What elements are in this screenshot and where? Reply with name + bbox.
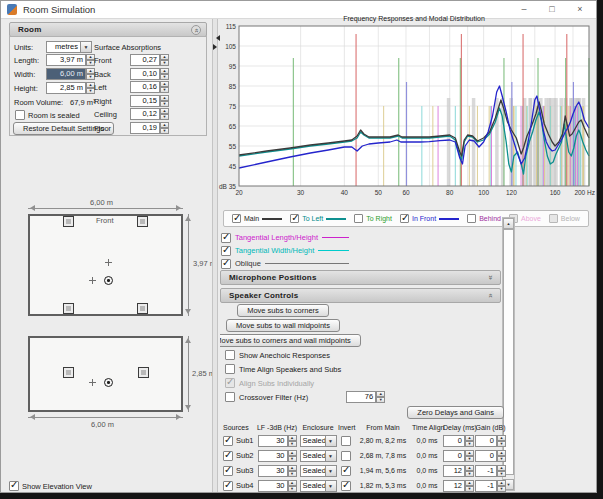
delay-spinner[interactable]: 12 <box>443 465 474 477</box>
spin-down-icon[interactable] <box>288 441 297 447</box>
chevron-down-icon[interactable] <box>326 480 337 492</box>
speaker-icon[interactable] <box>137 303 148 314</box>
lf-spinner[interactable]: 30 <box>258 465 297 477</box>
spin-down-icon[interactable] <box>288 471 297 477</box>
speaker-icon[interactable] <box>63 367 74 378</box>
microphone-positions-header[interactable]: Microphone Positions <box>220 270 501 285</box>
spin-down-icon[interactable] <box>465 471 474 477</box>
speaker-icon[interactable] <box>63 303 74 314</box>
spin-down-icon[interactable] <box>160 101 169 107</box>
delay-spinner[interactable]: 0 <box>443 450 474 462</box>
units-label: Units: <box>14 43 33 52</box>
speaker-icon[interactable] <box>137 216 148 227</box>
mode-checkbox[interactable] <box>221 259 231 269</box>
crossover-filter-spinner[interactable]: 76 <box>346 391 385 403</box>
show-elevation-checkbox[interactable] <box>9 481 19 491</box>
speaker-icon[interactable] <box>63 216 74 227</box>
spin-down-icon[interactable] <box>497 456 506 462</box>
move-subs-to-wall-midpoints-button[interactable]: Move subs to wall midpoints <box>226 319 340 332</box>
spin-down-icon[interactable] <box>497 441 506 447</box>
position-marker-icon[interactable] <box>105 259 112 266</box>
invert-checkbox[interactable] <box>341 481 351 491</box>
lf-spinner[interactable]: 30 <box>258 435 297 447</box>
room-sealed-checkbox[interactable] <box>15 110 25 120</box>
chevron-down-icon[interactable] <box>326 465 337 477</box>
lf-spinner[interactable]: 30 <box>258 480 297 492</box>
frequency-response-chart[interactable]: Frequency Responses and Modal Distributi… <box>215 13 595 213</box>
gain-spinner[interactable]: -1 <box>475 480 506 492</box>
sub-checkbox[interactable] <box>223 466 233 476</box>
enclosure-select[interactable]: Sealed <box>300 450 337 462</box>
legend-checkbox[interactable] <box>467 214 476 223</box>
surface-spinner-ceiling[interactable]: 0,12 <box>130 108 169 120</box>
scroll-up-icon[interactable] <box>503 218 514 229</box>
enclosure-select[interactable]: Sealed <box>300 480 337 492</box>
move-subs-to-corners-button[interactable]: Move subs to corners <box>237 304 329 317</box>
spin-down-icon[interactable] <box>160 114 169 120</box>
listener-icon[interactable] <box>104 276 113 285</box>
gain-spinner[interactable]: -1 <box>475 465 506 477</box>
height-spinner[interactable]: 2,85 m <box>46 82 95 94</box>
legend-checkbox[interactable] <box>400 214 409 223</box>
spin-down-icon[interactable] <box>160 87 169 93</box>
surface-spinner-back[interactable]: 0,10 <box>130 68 169 80</box>
enclosure-select[interactable]: Sealed <box>300 435 337 447</box>
enclosure-select[interactable]: Sealed <box>300 465 337 477</box>
option-checkbox[interactable] <box>225 350 235 360</box>
gain-spinner[interactable]: 0 <box>475 450 506 462</box>
move-subs-to-corners-and-wall-midpoints-button[interactable]: Move subs to corners and wall midpoints <box>220 334 361 347</box>
collapse-icon[interactable] <box>191 25 201 35</box>
spin-down-icon[interactable] <box>465 486 474 492</box>
zero-delays-gains-button[interactable]: Zero Delays and Gains <box>407 406 504 419</box>
chevron-down-icon[interactable] <box>326 450 337 462</box>
spin-down-icon[interactable] <box>376 397 385 403</box>
spin-down-icon[interactable] <box>465 441 474 447</box>
position-marker-icon[interactable] <box>89 379 96 386</box>
surface-spinner-front[interactable]: 0,27 <box>130 54 169 66</box>
listener-icon[interactable] <box>104 378 113 387</box>
chevron-down-icon[interactable] <box>81 41 92 53</box>
delay-spinner[interactable]: 0 <box>443 435 474 447</box>
sources-table: SourcesLF -3dB (Hz)EnclosureInvertFrom M… <box>223 423 518 493</box>
gain-cell: 0 <box>475 448 506 463</box>
room-panel-header[interactable]: Room <box>9 22 207 37</box>
spin-down-icon[interactable] <box>465 456 474 462</box>
spin-down-icon[interactable] <box>160 128 169 134</box>
mode-checkbox[interactable] <box>221 233 231 243</box>
legend-checkbox[interactable] <box>232 214 241 223</box>
width-spinner[interactable]: 6,00 m <box>46 68 95 80</box>
option-checkbox[interactable] <box>225 392 235 402</box>
invert-checkbox[interactable] <box>341 466 351 476</box>
units-select[interactable]: metres <box>46 41 92 53</box>
length-spinner[interactable]: 3,97 m <box>46 54 95 66</box>
surface-spinner-floor[interactable]: 0,19 <box>130 122 169 134</box>
sub-checkbox[interactable] <box>223 451 233 461</box>
gain-spinner[interactable]: 0 <box>475 435 506 447</box>
delay-spinner[interactable]: 12 <box>443 480 474 492</box>
sub-checkbox[interactable] <box>223 481 233 491</box>
legend-checkbox[interactable] <box>290 214 299 223</box>
expand-icon[interactable] <box>485 273 495 283</box>
collapse-icon[interactable] <box>485 291 495 301</box>
spin-down-icon[interactable] <box>288 456 297 462</box>
lf-spinner[interactable]: 30 <box>258 450 297 462</box>
spin-down-icon[interactable] <box>288 486 297 492</box>
speaker-icon[interactable] <box>138 367 149 378</box>
option-checkbox[interactable] <box>225 364 235 374</box>
legend-label: To Left <box>302 215 323 222</box>
spin-down-icon[interactable] <box>497 486 506 492</box>
sub-checkbox[interactable] <box>223 436 233 446</box>
invert-checkbox[interactable] <box>341 451 351 461</box>
surface-spinner-left[interactable]: 0,16 <box>130 81 169 93</box>
invert-checkbox[interactable] <box>341 436 351 446</box>
surface-spinner-right[interactable]: 0,15 <box>130 95 169 107</box>
position-marker-icon[interactable] <box>89 277 96 284</box>
mode-checkbox[interactable] <box>221 246 231 256</box>
chevron-down-icon[interactable] <box>326 435 337 447</box>
legend-checkbox[interactable] <box>354 214 363 223</box>
speaker-controls-header[interactable]: Speaker Controls <box>220 288 501 303</box>
spin-down-icon[interactable] <box>160 74 169 80</box>
spin-down-icon[interactable] <box>497 471 506 477</box>
elevation-room-outline[interactable] <box>28 336 183 412</box>
spin-down-icon[interactable] <box>160 60 169 66</box>
